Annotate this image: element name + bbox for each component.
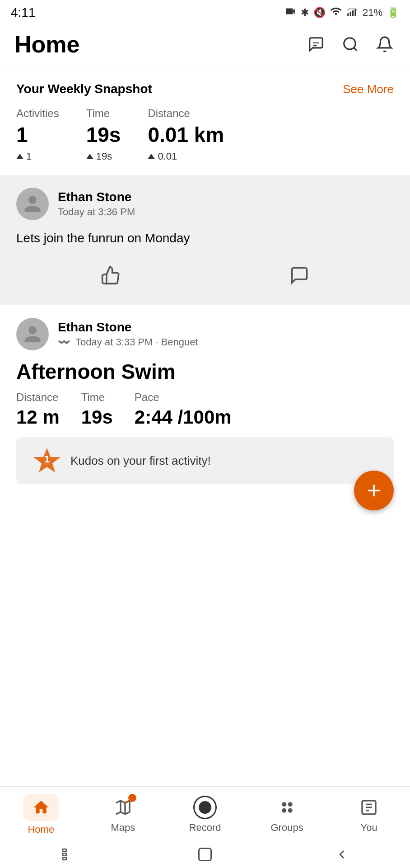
maps-label: Maps (111, 822, 135, 834)
status-bar: 4:11 ✱ 🔇 21% 🔋 (0, 0, 410, 24)
swim-icon: 〰️ (58, 336, 70, 348)
svg-rect-1 (350, 12, 351, 16)
content-spacer (0, 519, 410, 601)
nav-groups[interactable]: Groups (260, 796, 314, 834)
post-time-1: Today at 3:36 PM (58, 206, 135, 218)
swim-distance-value: 12 m (16, 406, 60, 428)
activity-time: 〰️ Today at 3:33 PM · Benguet (58, 336, 198, 348)
you-icon (357, 796, 381, 819)
poster-name-1: Ethan Stone (58, 190, 135, 204)
kudos-badge: 1 (33, 446, 61, 475)
activities-change: 1 (16, 151, 59, 162)
page-title: Home (14, 31, 79, 58)
nav-you[interactable]: You (342, 796, 396, 834)
camera-icon (284, 5, 296, 20)
distance-label: Distance (148, 107, 224, 120)
groups-icon (275, 796, 299, 819)
distance-change: 0.01 (148, 151, 224, 162)
svg-rect-3 (354, 9, 356, 16)
stat-time: Time 19s 19s (86, 107, 121, 162)
svg-point-13 (282, 808, 286, 813)
swim-pace-value: 2:44 /100m (135, 406, 232, 428)
header-actions (305, 33, 396, 55)
activities-arrow (16, 154, 23, 159)
nav-maps[interactable]: Maps (96, 796, 150, 834)
comment-button-1[interactable] (271, 262, 327, 289)
kudos-banner: 1 Kudos on your first activity! (16, 437, 394, 484)
activity-meta: Ethan Stone 〰️ Today at 3:33 PM · Bengue… (58, 320, 198, 348)
home-label: Home (28, 824, 54, 835)
swim-distance-label: Distance (16, 391, 60, 404)
home-icon (23, 794, 59, 821)
avatar-ethan-1[interactable] (16, 188, 49, 220)
system-nav-recent[interactable] (61, 847, 75, 862)
maps-badge (128, 794, 136, 802)
swim-time-label: Time (81, 391, 113, 404)
signal-icon (346, 5, 358, 20)
kudos-text: Kudos on your first activity! (70, 454, 211, 468)
post-actions-1 (16, 256, 394, 291)
distance-delta: 0.01 (158, 151, 177, 162)
svg-point-11 (282, 802, 286, 807)
fab-add-button[interactable] (354, 471, 394, 510)
svg-point-14 (288, 808, 292, 813)
swim-time-value: 19s (81, 406, 113, 428)
svg-rect-0 (347, 13, 349, 16)
svg-text:1: 1 (44, 453, 50, 465)
svg-rect-2 (352, 10, 354, 16)
poster-name-2: Ethan Stone (58, 320, 198, 335)
swim-pace-label: Pace (135, 391, 232, 404)
nav-record[interactable]: Record (178, 796, 232, 834)
status-icons: ✱ 🔇 21% 🔋 (284, 5, 399, 20)
record-icon (193, 796, 217, 819)
maps-icon (111, 796, 135, 819)
weekly-snapshot-section: Your Weekly Snapshot See More Activities… (0, 67, 410, 175)
page-header: Home (0, 24, 410, 67)
svg-rect-22 (199, 849, 211, 861)
wifi-icon (330, 5, 342, 20)
swim-pace: Pace 2:44 /100m (135, 391, 232, 428)
activity-stats: Distance 12 m Time 19s Pace 2:44 /100m (16, 391, 394, 428)
feed-section: Ethan Stone Today at 3:36 PM Lets join t… (0, 175, 410, 519)
see-more-link[interactable]: See More (343, 82, 394, 96)
notifications-button[interactable] (374, 33, 396, 55)
stat-activities: Activities 1 1 (16, 107, 59, 162)
svg-line-5 (354, 47, 357, 51)
svg-rect-20 (63, 853, 66, 855)
post-header-1: Ethan Stone Today at 3:36 PM (16, 188, 394, 220)
distance-arrow (148, 154, 155, 159)
distance-value: 0.01 km (148, 123, 224, 147)
activities-label: Activities (16, 107, 59, 120)
svg-point-10 (126, 801, 128, 803)
system-nav-back[interactable] (335, 847, 349, 862)
chat-button[interactable] (305, 33, 327, 55)
time-value: 19s (86, 123, 121, 147)
time-change: 19s (86, 151, 121, 162)
battery-indicator: 21% (363, 7, 382, 19)
snapshot-header: Your Weekly Snapshot See More (16, 82, 394, 96)
search-button[interactable] (340, 33, 361, 55)
post-content-1: Lets join the funrun on Monday (16, 229, 394, 247)
nav-home[interactable]: Home (14, 794, 68, 835)
avatar-ethan-2[interactable] (16, 318, 49, 350)
activities-delta: 1 (26, 151, 32, 162)
record-dot-inner (199, 801, 211, 814)
post-card-1: Ethan Stone Today at 3:36 PM Lets join t… (0, 175, 410, 300)
status-time: 4:11 (11, 5, 36, 20)
system-nav-home[interactable] (197, 846, 213, 863)
swim-distance: Distance 12 m (16, 391, 60, 428)
time-delta: 19s (96, 151, 112, 162)
activities-value: 1 (16, 123, 59, 147)
bottom-navigation: Home Maps Record (0, 786, 410, 841)
time-arrow (86, 154, 93, 159)
system-navigation (0, 841, 410, 868)
groups-label: Groups (271, 822, 303, 834)
svg-rect-19 (63, 849, 66, 851)
svg-rect-21 (63, 858, 66, 860)
post-meta-1: Ethan Stone Today at 3:36 PM (58, 190, 135, 218)
volume-icon: 🔇 (313, 7, 326, 19)
like-button-1[interactable] (83, 262, 139, 289)
svg-point-4 (344, 38, 355, 49)
activity-card-swim: Ethan Stone 〰️ Today at 3:33 PM · Bengue… (0, 305, 410, 519)
activity-title: Afternoon Swim (16, 359, 394, 384)
